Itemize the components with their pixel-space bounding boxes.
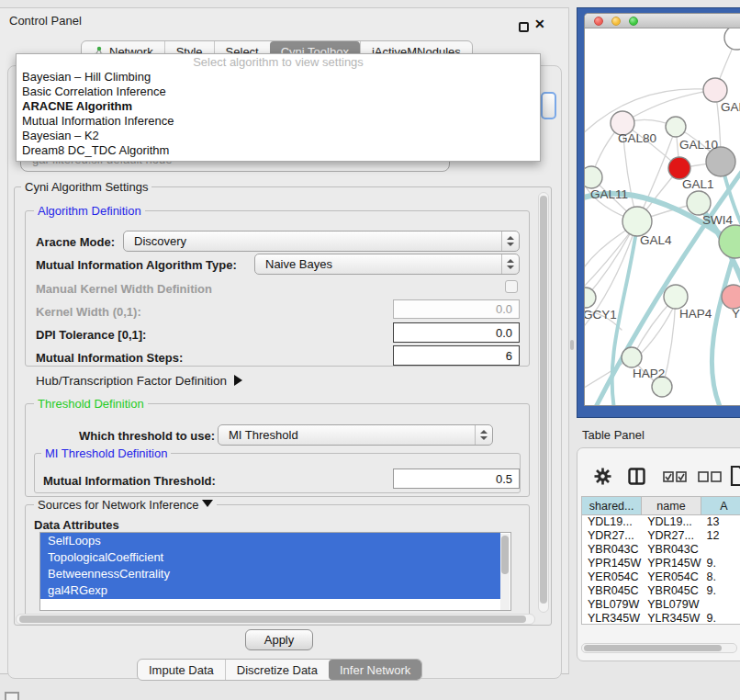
network-node-gal4[interactable]: [622, 207, 652, 236]
unchecked-boxes-icon[interactable]: [698, 471, 722, 482]
manual-kernel-checkbox[interactable]: [505, 280, 518, 293]
network-window-titlebar[interactable]: [585, 14, 740, 28]
bottom-tab-discretize-data[interactable]: Discretize Data: [225, 660, 329, 680]
node-label: HAP4: [679, 307, 712, 321]
algorithm-dropdown-popup: Select algorithm to view settings Bayesi…: [16, 53, 541, 162]
table-cell: YDL19...: [642, 515, 701, 529]
table-panel: shared...nameA YDL19...YDL19...13YDR27..…: [577, 447, 740, 661]
table-cell: YLR345W: [642, 612, 701, 625]
network-node-gcy1[interactable]: [585, 288, 596, 308]
network-canvas[interactable]: GALGAL80GAL10GAL1GAL11SWI4GAL4GCY1HAP4YH…: [585, 28, 740, 406]
algorithm-option[interactable]: Mutual Information Inference: [17, 114, 540, 129]
table-row[interactable]: YBL079WYBL079W: [582, 598, 740, 612]
settings-vscroll-thumb[interactable]: [540, 196, 547, 604]
sources-group-title[interactable]: Sources for Network Inference: [34, 498, 217, 512]
network-node[interactable]: [719, 225, 740, 258]
settings-horizontal-scrollbar[interactable]: [16, 614, 535, 625]
checked-boxes-icon[interactable]: [663, 471, 687, 482]
mi-threshold-field[interactable]: 0.5: [393, 469, 520, 489]
data-attributes-label: Data Attributes: [34, 518, 119, 532]
apply-button[interactable]: Apply: [245, 629, 313, 650]
table-cell: 12: [701, 529, 740, 543]
mi-steps-field[interactable]: 6: [393, 345, 520, 366]
network-edge: [585, 89, 715, 137]
table-cell: YBR045C: [642, 584, 701, 598]
table-row[interactable]: YBR043CYBR043C: [582, 543, 740, 557]
mi-threshold-group-title: MI Threshold Definition: [41, 446, 171, 460]
which-threshold-value: MI Threshold: [219, 428, 475, 442]
table-cell: YER054C: [582, 570, 642, 584]
attributes-scrollbar[interactable]: [500, 534, 510, 611]
window-zoom-icon[interactable]: [629, 17, 638, 26]
which-threshold-combo[interactable]: MI Threshold: [218, 424, 493, 446]
dpi-tolerance-label: DPI Tolerance [0,1]:: [36, 328, 146, 342]
data-attribute-item[interactable]: BetweennessCentrality: [40, 566, 500, 582]
dpi-tolerance-field[interactable]: 0.0: [393, 322, 520, 343]
algorithm-option[interactable]: Bayesian – K2: [17, 129, 540, 143]
network-node-y[interactable]: [722, 285, 740, 309]
table-cell: YBR043C: [642, 543, 701, 557]
table-row[interactable]: YPR145WYPR145W9.: [582, 557, 740, 570]
column-header[interactable]: A: [701, 497, 740, 515]
network-node-swi4[interactable]: [687, 191, 711, 215]
network-node-hap2[interactable]: [622, 347, 642, 367]
network-node-gal[interactable]: [703, 78, 727, 102]
algorithm-option[interactable]: ARACNE Algorithm: [17, 99, 540, 114]
bottom-tab-impute-data[interactable]: Impute Data: [138, 660, 225, 680]
table-row[interactable]: YBR045CYBR045C9.: [582, 584, 740, 598]
sources-title-text: Sources for Network Inference: [38, 498, 199, 512]
table-hscroll-thumb[interactable]: [584, 645, 722, 651]
close-panel-icon[interactable]: ✕: [534, 17, 545, 31]
table-row[interactable]: YER054CYER054C8.: [582, 570, 740, 584]
table-cell: YDR27...: [642, 529, 701, 543]
algorithm-dropdown-placeholder: Select algorithm to view settings: [17, 54, 540, 70]
mi-type-combo[interactable]: Naive Bayes: [254, 254, 520, 275]
hub-definition-label: Hub/Transcription Factor Definition: [36, 374, 227, 388]
algorithm-option[interactable]: Basic Correlation Inference: [17, 85, 540, 99]
kernel-width-field[interactable]: 0.0: [393, 299, 520, 319]
network-node-gal11[interactable]: [585, 166, 602, 188]
algorithm-option[interactable]: Dream8 DC_TDC Algorithm: [17, 143, 540, 158]
columns-icon[interactable]: [628, 468, 645, 485]
table-cell: YDL19...: [582, 515, 642, 529]
data-attribute-item[interactable]: TopologicalCoefficient: [40, 549, 500, 566]
network-graph[interactable]: GALGAL80GAL10GAL1GAL11SWI4GAL4GCY1HAP4YH…: [585, 28, 740, 406]
settings-hscroll-thumb[interactable]: [19, 615, 526, 623]
data-attributes-list[interactable]: SelfLoopsTopologicalCoefficientBetweenne…: [39, 532, 511, 611]
cyni-bottom-tabbar: Impute DataDiscretize DataInfer Network: [137, 659, 422, 681]
attributes-scrollbar-thumb[interactable]: [501, 536, 509, 574]
table-horizontal-scrollbar[interactable]: [581, 643, 737, 653]
table-row[interactable]: YLR345WYLR345W9.: [582, 612, 740, 625]
column-header[interactable]: name: [642, 497, 701, 515]
gear-icon[interactable]: [594, 468, 611, 485]
network-node[interactable]: [724, 28, 740, 50]
algorithm-option[interactable]: Bayesian – Hill Climbing: [17, 70, 540, 85]
aracne-mode-combo[interactable]: Discovery: [123, 231, 520, 252]
data-attribute-item[interactable]: SelfLoops: [40, 533, 500, 549]
column-header[interactable]: shared...: [582, 497, 642, 515]
settings-vertical-scrollbar[interactable]: [538, 192, 549, 613]
table-row[interactable]: YDL19...YDL19...13: [582, 515, 740, 529]
node-label: GCY1: [585, 308, 617, 322]
data-attribute-item[interactable]: gal4RGexp: [40, 582, 500, 599]
bottom-left-partial-icon[interactable]: [5, 692, 19, 700]
window-minimize-icon[interactable]: [611, 17, 621, 26]
network-node-gal1[interactable]: [668, 157, 690, 179]
hub-definition-expander[interactable]: Hub/Transcription Factor Definition: [36, 374, 242, 388]
network-node-gal10[interactable]: [666, 117, 686, 137]
float-panel-icon[interactable]: [519, 22, 529, 32]
bottom-tab-infer-network[interactable]: Infer Network: [329, 660, 421, 680]
new-table-icon[interactable]: [730, 466, 740, 486]
table-cell: YPR145W: [642, 557, 701, 570]
table-cell: YBL079W: [642, 598, 701, 612]
table-cell: YPR145W: [582, 557, 642, 570]
table-body: YDL19...YDL19...13YDR27...YDR27...12YBR0…: [582, 515, 740, 625]
panel-splitter-handle[interactable]: [570, 340, 574, 350]
table-cell: 9.: [701, 557, 740, 570]
window-close-icon[interactable]: [594, 17, 603, 26]
table-row[interactable]: YDR27...YDR27...12: [582, 529, 740, 543]
network-window[interactable]: GALGAL80GAL10GAL1GAL11SWI4GAL4GCY1HAP4YH…: [584, 13, 740, 406]
mi-type-value: Naive Bayes: [255, 257, 501, 271]
table-cell: YLR345W: [582, 612, 642, 625]
network-node-hap4[interactable]: [664, 285, 688, 309]
